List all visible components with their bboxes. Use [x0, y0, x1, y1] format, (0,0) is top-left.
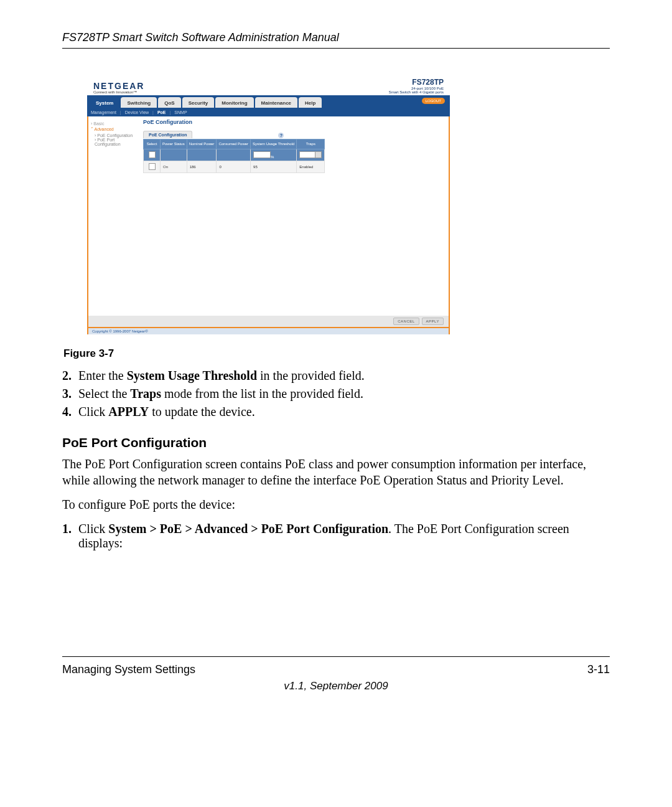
col-power-status: Power Status	[161, 139, 187, 149]
poe-config-table: Select Power Status Nominal Power Consum…	[143, 139, 325, 173]
footer-left: Managing System Settings	[62, 663, 195, 676]
inner-tab-poe-config[interactable]: PoE Configuration ?	[143, 131, 192, 138]
brand-logo: NETGEAR	[93, 82, 144, 90]
col-consumed-power: Consumed Power	[217, 139, 251, 149]
tab-system[interactable]: System	[90, 97, 119, 108]
figure-label: Figure 3-7	[63, 347, 610, 360]
subtab-snmp[interactable]: SNMP	[174, 110, 187, 115]
tab-help[interactable]: Help	[299, 97, 322, 108]
sidebar-item-basic[interactable]: › Basic	[91, 121, 137, 126]
col-traps: Traps	[297, 139, 325, 149]
admin-screenshot: NETGEAR Connect with Innovation™ FS728TP…	[87, 73, 450, 336]
select-all-checkbox[interactable]	[149, 151, 156, 158]
sidebar-item-poe-port-config[interactable]: › PoE Port Configuration	[95, 138, 137, 146]
page-footer: Managing System Settings 3-11	[62, 656, 610, 676]
help-icon[interactable]: ?	[278, 133, 284, 138]
figure-3-7: NETGEAR Connect with Innovation™ FS728TP…	[87, 73, 610, 336]
sidebar: › Basic ˅ Advanced › PoE Configuration ›…	[88, 116, 139, 316]
section-heading: PoE Port Configuration	[62, 435, 610, 450]
running-header: FS728TP Smart Switch Software Administra…	[62, 31, 610, 49]
col-usage-threshold: System Usage Threshold	[251, 139, 297, 149]
tab-switching[interactable]: Switching	[121, 97, 157, 108]
steps-list-bottom: 1.Click System > PoE > Advanced > PoE Po…	[62, 522, 610, 550]
footer-right: 3-11	[587, 663, 610, 676]
col-nominal-power: Nominal Power	[187, 139, 217, 149]
row-checkbox[interactable]	[149, 163, 156, 170]
steps-list-top: 2.Enter the System Usage Threshold in th…	[62, 369, 610, 419]
input-row: %	[144, 149, 325, 161]
subtab-poe[interactable]: PoE	[157, 110, 166, 115]
tab-monitoring[interactable]: Monitoring	[215, 97, 253, 108]
model-block: FS728TP 24-port 10/100 PoE Smart Switch …	[389, 77, 444, 94]
subtab-deviceview[interactable]: Device View	[125, 110, 149, 115]
sub-tabs: Management| Device View| PoE| SNMP	[87, 108, 450, 116]
panel-title: PoE Configuration	[143, 119, 445, 125]
tab-maintenance[interactable]: Maintenance	[255, 97, 297, 108]
tab-qos[interactable]: QoS	[158, 97, 180, 108]
main-tabs: System Switching QoS Security Monitoring…	[87, 95, 450, 108]
threshold-input[interactable]	[253, 151, 271, 158]
cancel-button[interactable]: CANCEL	[393, 318, 419, 325]
copyright: Copyright © 1996-2007 Netgear®	[87, 328, 450, 334]
section-p1: The PoE Port Configuration screen contai…	[62, 456, 610, 488]
section-p2: To configure PoE ports the device:	[62, 497, 610, 513]
apply-button[interactable]: APPLY	[422, 318, 444, 325]
footer-version: v1.1, September 2009	[62, 680, 610, 692]
col-select: Select	[144, 139, 161, 149]
logout-button[interactable]: LOGOUT	[422, 98, 445, 104]
table-row: On 186 0 95 Enabled	[144, 161, 325, 172]
footer-bar: CANCEL APPLY	[87, 316, 450, 328]
traps-select[interactable]	[299, 151, 322, 158]
sidebar-item-advanced[interactable]: ˅ Advanced	[91, 127, 137, 132]
subtab-management[interactable]: Management	[91, 110, 116, 115]
sidebar-item-poe-config[interactable]: › PoE Configuration	[95, 133, 137, 138]
tab-security[interactable]: Security	[182, 97, 215, 108]
